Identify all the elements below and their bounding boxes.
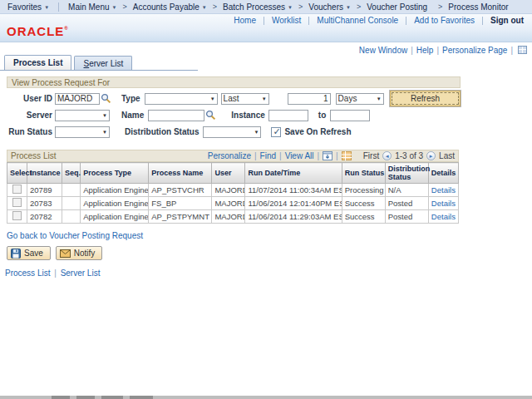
help-link[interactable]: Help [416, 46, 434, 55]
cell-user: MAJORD [212, 210, 245, 224]
add-to-favorites-link[interactable]: Add to Favorites [406, 16, 482, 25]
personalize-page-link[interactable]: Personalize Page [442, 46, 507, 55]
breadcrumb-favorites[interactable]: Favorites▼ [5, 2, 52, 12]
details-link[interactable]: Details [431, 185, 456, 195]
row-select-checkbox[interactable] [12, 198, 22, 207]
instance-label: Instance [231, 111, 265, 120]
table-row: 20789 Application Engine AP_PSTVCHR MAJO… [7, 184, 459, 197]
col-seq: Seq. [62, 163, 81, 184]
cell-distribution-status: Posted [385, 210, 428, 224]
cell-process-type: Application Engine [81, 210, 149, 224]
page-action-bar: New Window | Help | Personalize Page | [0, 42, 532, 55]
dropdown-arrow-icon: ▼ [262, 96, 267, 101]
user-id-input[interactable]: MAJORD [55, 93, 100, 105]
pager-range: 1-3 of 3 [395, 151, 423, 160]
grid-icon[interactable] [342, 151, 352, 160]
multichannel-console-link[interactable]: MultiChannel Console [309, 16, 406, 25]
breadcrumb: Favorites▼ Main Menu▼ > Accounts Payable… [0, 0, 532, 14]
row-select-checkbox[interactable] [12, 211, 22, 220]
find-link[interactable]: Find [260, 151, 276, 160]
chevron-down-icon: ▼ [288, 5, 293, 10]
breadcrumb-voucher-posting[interactable]: Voucher Posting [364, 2, 430, 12]
cell-process-name: AP_PSTPYMNT [149, 210, 212, 224]
refresh-button[interactable]: Refresh [390, 91, 461, 106]
view-all-link[interactable]: View All [285, 151, 314, 160]
name-lookup-icon[interactable] [205, 110, 216, 121]
pager-last-link[interactable]: Last [439, 151, 455, 160]
row-select-checkbox[interactable] [12, 185, 22, 194]
cell-run-status: Processing [342, 184, 385, 197]
tab-process-list[interactable]: Process List [4, 55, 71, 70]
breadcrumb-vouchers[interactable]: Vouchers▼ [306, 2, 353, 12]
pager-prev-icon[interactable]: ◄ [382, 151, 392, 160]
instance-input[interactable] [268, 110, 308, 121]
floppy-disk-icon [11, 249, 21, 259]
notify-button[interactable]: Notify [56, 246, 103, 260]
groupbox-title: View Process Request For [7, 76, 461, 88]
distribution-status-label: Distribution Status [125, 127, 199, 136]
bottom-process-list-link[interactable]: Process List [5, 268, 50, 278]
sign-out-link[interactable]: Sign out [483, 16, 525, 25]
details-link[interactable]: Details [431, 212, 456, 221]
home-link[interactable]: Home [226, 16, 264, 25]
save-on-refresh-checkbox[interactable] [271, 127, 281, 137]
envelope-icon [60, 249, 71, 258]
col-distribution-status: Distribution Status [385, 163, 428, 184]
type-select[interactable]: ▼ [145, 93, 218, 105]
breadcrumb-main-menu[interactable]: Main Menu▼ [66, 2, 119, 12]
details-link[interactable]: Details [431, 199, 456, 208]
breadcrumb-separator: > [213, 2, 217, 11]
worklist-link[interactable]: Worklist [264, 16, 308, 25]
breadcrumb-process-monitor[interactable]: Process Monitor [446, 2, 510, 12]
download-icon[interactable] [323, 151, 332, 160]
col-select: Select [7, 163, 27, 184]
divider: | [279, 151, 282, 160]
tab-server-list[interactable]: Server List [74, 56, 132, 70]
instance-to-input[interactable] [330, 110, 370, 121]
breadcrumb-batch-processes[interactable]: Batch Processes▼ [220, 2, 295, 12]
days-unit-select[interactable]: Days▼ [336, 93, 384, 105]
name-input[interactable] [148, 110, 204, 121]
cell-process-type: Application Engine [81, 184, 149, 197]
server-select[interactable]: ▼ [55, 110, 110, 121]
last-select[interactable]: Last▼ [221, 93, 269, 105]
cell-run-status: Success [342, 210, 385, 224]
chevron-down-icon: ▼ [112, 5, 117, 10]
cell-run-datetime: 11/06/2014 12:01:40PM EST [245, 197, 342, 210]
filter-row-2: Server ▼ Name Instance to [7, 109, 461, 121]
table-row: 20782 Application Engine AP_PSTPYMNT MAJ… [7, 210, 459, 224]
divider: | [318, 151, 320, 160]
breadcrumb-accounts-payable[interactable]: Accounts Payable▼ [131, 2, 209, 12]
days-count-input[interactable]: 1 [288, 93, 331, 105]
grid-toolbar: Personalize | Find | View All | | [208, 151, 352, 160]
oracle-logo: ORACLE® [7, 24, 68, 38]
user-id-lookup-icon[interactable] [101, 93, 111, 104]
dropdown-arrow-icon: ▼ [102, 130, 107, 135]
server-label: Server [7, 111, 52, 120]
breadcrumb-separator: > [298, 2, 303, 11]
cell-run-datetime: 11/07/2014 11:00:34AM EST [245, 184, 342, 197]
bottom-server-list-link[interactable]: Server List [61, 268, 101, 278]
divider: | [336, 151, 338, 160]
go-back-link[interactable]: Go back to Voucher Posting Request [7, 231, 143, 240]
registered-mark: ® [64, 26, 67, 31]
dropdown-arrow-icon: ▼ [102, 113, 107, 118]
col-run-status: Run Status [342, 163, 385, 184]
divider [58, 2, 59, 12]
cell-distribution-status: Posted [385, 197, 428, 210]
cell-process-name: AP_PSTVCHR [149, 184, 212, 197]
run-status-select[interactable]: ▼ [55, 126, 110, 138]
table-row: 20783 Application Engine FS_BP MAJORD 11… [7, 197, 459, 210]
save-button[interactable]: Save [7, 246, 51, 260]
new-window-link[interactable]: New Window [359, 46, 407, 55]
dropdown-arrow-icon: ▼ [254, 130, 259, 135]
divider: | [254, 151, 257, 160]
distribution-status-select[interactable]: ▼ [203, 126, 261, 138]
pager-first-link[interactable]: First [363, 151, 379, 160]
toolbar-buttons: Save Notify [7, 246, 532, 260]
pager-next-icon[interactable]: ► [426, 151, 436, 160]
cell-instance: 20782 [27, 210, 62, 224]
personalize-link[interactable]: Personalize [208, 151, 251, 160]
page-layout-icon[interactable] [518, 46, 527, 54]
cell-distribution-status: N/A [385, 184, 428, 197]
